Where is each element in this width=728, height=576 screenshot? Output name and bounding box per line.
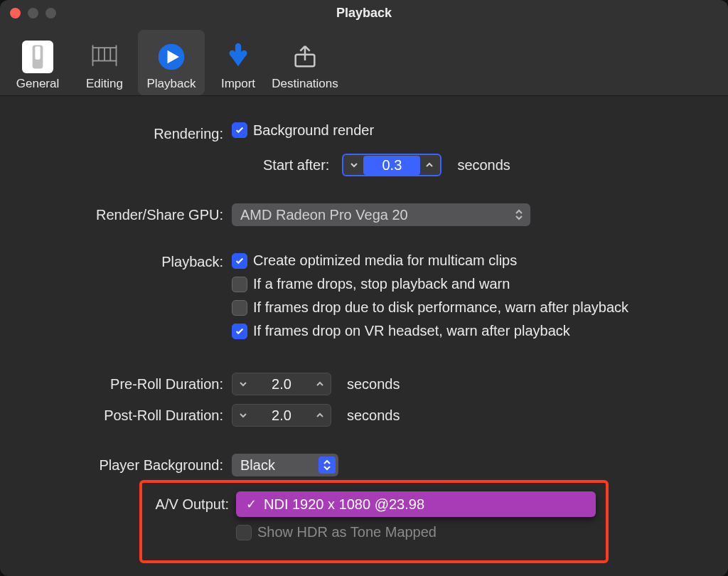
postroll-unit: seconds [347,407,400,424]
start-after-label: Start after: [263,157,329,174]
tab-general[interactable]: General [4,30,71,95]
select-arrows-icon [510,206,528,223]
svg-marker-12 [230,55,246,67]
render-gpu-value: AMD Radeon Pro Vega 20 [240,207,408,223]
hdr-tonemap-checkbox[interactable] [236,525,252,540]
playback-label: Playback: [28,252,232,270]
editing-icon [89,41,120,73]
av-output-label: A/V Output: [152,496,236,513]
render-gpu-select[interactable]: AMD Radeon Pro Vega 20 [232,203,530,226]
preroll-label: Pre-Roll Duration: [28,376,232,393]
stepper-increment-icon[interactable] [309,411,331,420]
vr-warn-checkbox[interactable] [232,324,247,339]
postroll-label: Post-Roll Duration: [28,407,232,424]
tab-editing[interactable]: Editing [71,30,138,95]
tab-playback[interactable]: Playback [138,30,205,95]
player-background-select[interactable]: Black [232,454,338,476]
player-background-value: Black [240,457,275,474]
destinations-icon [289,41,321,73]
preroll-unit: seconds [347,376,400,393]
playerbg-label: Player Background: [28,457,232,474]
postroll-value: 2.0 [254,407,309,424]
rendering-label: Rendering: [28,126,232,142]
playback-icon [156,41,187,73]
import-icon [223,41,254,73]
framedrop-stop-label: If a frame drops, stop playback and warn [253,276,510,292]
stepper-decrement-icon[interactable] [232,411,254,420]
diskperf-warn-label: If frames drop due to disk performance, … [253,299,628,316]
preroll-stepper[interactable]: 2.0 [232,373,331,395]
stepper-increment-icon[interactable] [309,380,331,388]
tab-import[interactable]: Import [205,30,272,95]
window-title: Playback [0,6,728,21]
background-render-checkbox[interactable] [232,122,247,138]
stepper-increment-icon[interactable] [419,161,440,169]
framedrop-stop-checkbox[interactable] [232,277,247,292]
titlebar: Playback [0,0,728,26]
optimize-multicam-label: Create optimized media for multicam clip… [253,252,517,269]
stepper-decrement-icon[interactable] [343,161,365,169]
hdr-tonemap-label: Show HDR as Tone Mapped [257,524,437,540]
postroll-stepper[interactable]: 2.0 [232,404,331,427]
vr-warn-label: If frames drop on VR headset, warn after… [253,323,570,339]
av-output-selected: NDI 1920 x 1080 @23.98 [264,496,424,513]
gpu-label: Render/Share GPU: [28,207,232,223]
stepper-decrement-icon[interactable] [232,380,254,388]
check-icon: ✓ [246,496,257,512]
start-after-unit: seconds [457,157,510,174]
start-after-value: 0.3 [365,157,419,174]
av-output-dropdown[interactable]: ✓ NDI 1920 x 1080 @23.98 [236,491,596,517]
optimize-multicam-checkbox[interactable] [232,253,247,269]
svg-rect-1 [35,46,40,59]
diskperf-warn-checkbox[interactable] [232,300,247,316]
background-render-label: Background render [253,122,374,139]
playback-pane: Rendering: Background render Start after… [0,96,728,576]
preferences-window: Playback General Editing Playback Import [0,0,728,576]
av-output-highlight: A/V Output: ✓ NDI 1920 x 1080 @23.98 Sho… [139,480,609,563]
preroll-value: 2.0 [254,376,309,393]
tab-destinations[interactable]: Destinations [272,30,338,95]
start-after-stepper[interactable]: 0.3 [342,154,441,176]
general-icon [22,41,53,73]
prefs-toolbar: General Editing Playback Import Destinat… [0,26,728,96]
select-arrows-icon [318,457,336,474]
